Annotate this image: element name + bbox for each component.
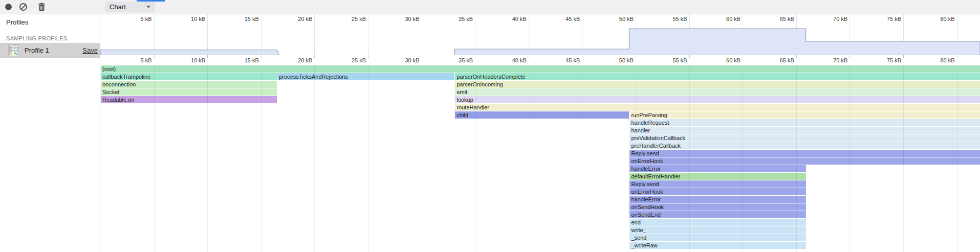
- axis-tick-label: 50 kB: [619, 57, 636, 63]
- flame-bar[interactable]: write_: [629, 226, 805, 234]
- flame-bar[interactable]: end: [629, 219, 805, 226]
- flame-bar[interactable]: onErrorHook: [629, 188, 805, 195]
- flame-chart[interactable]: (root)callbackTrampolineprocessTicksAndR…: [100, 65, 980, 252]
- ruler-tick: [207, 55, 208, 58]
- ruler-tick: [475, 55, 475, 58]
- flame-bar[interactable]: onErrorHook: [629, 157, 980, 165]
- ruler-tick: [582, 55, 582, 58]
- flame-bar[interactable]: handler: [629, 127, 980, 134]
- axis-tick-label: 55 kB: [672, 57, 689, 63]
- ruler-tick: [850, 55, 850, 58]
- size-ruler: 5 kB10 kB15 kB20 kB25 kB30 kB35 kB40 kB4…: [100, 55, 980, 65]
- ruler-tick: [636, 55, 636, 58]
- chart-pane: 5 kB10 kB15 kB20 kB25 kB30 kB35 kB40 kB4…: [100, 14, 980, 252]
- trash-icon[interactable]: [37, 3, 46, 11]
- ruler-tick: [957, 55, 957, 58]
- gridline: [314, 65, 315, 252]
- axis-tick-label: 35 kB: [459, 57, 475, 63]
- flame-bar[interactable]: parserOnIncoming: [454, 81, 980, 88]
- flame-bar[interactable]: Readable.on: [100, 96, 277, 103]
- memory-overview[interactable]: 5 kB10 kB15 kB20 kB25 kB30 kB35 kB40 kB4…: [100, 14, 980, 55]
- gridline: [689, 65, 690, 252]
- flame-bar[interactable]: preHandlerCallback: [629, 142, 980, 149]
- sidebar-section-label: SAMPLING PROFILES: [6, 35, 67, 41]
- view-select[interactable]: Chart: [105, 2, 155, 12]
- ruler-tick: [903, 55, 904, 58]
- gridline: [154, 65, 155, 252]
- gridline: [207, 65, 208, 252]
- flame-bar[interactable]: _send: [629, 234, 805, 241]
- toolbar-separator: [32, 3, 32, 11]
- gridline: [261, 65, 262, 252]
- ruler-tick: [689, 55, 690, 58]
- gridline: [636, 65, 636, 252]
- flame-bar[interactable]: handleRequest: [629, 119, 980, 126]
- axis-tick-label: 30 kB: [405, 16, 421, 22]
- flame-bar[interactable]: defaultErrorHandler: [629, 173, 805, 180]
- axis-tick-label: 70 kB: [833, 57, 850, 63]
- axis-tick-label: 65 kB: [780, 57, 796, 63]
- ruler-tick: [261, 55, 262, 58]
- axis-tick-label: 60 kB: [726, 16, 743, 22]
- record-icon[interactable]: [5, 4, 12, 10]
- axis-tick-label: 65 kB: [780, 16, 796, 22]
- flame-bar[interactable]: onSendHook: [629, 203, 805, 211]
- sidebar: Profiles SAMPLING PROFILES: [0, 14, 100, 252]
- flame-bar[interactable]: routeHandler: [454, 104, 980, 111]
- flame-bar[interactable]: Reply.send: [629, 180, 805, 188]
- axis-tick-label: 10 kB: [191, 57, 207, 63]
- ruler-tick: [743, 55, 743, 58]
- ruler-tick: [368, 55, 368, 58]
- axis-tick-label: 55 kB: [672, 16, 689, 22]
- axis-tick-label: 25 kB: [352, 57, 368, 63]
- profiler-app: Chart Profiles SAMPLING PROFILES: [0, 0, 980, 252]
- flame-bar[interactable]: handleError: [629, 196, 805, 203]
- flame-bar[interactable]: runPreParsing: [629, 111, 980, 119]
- sidebar-title: Profiles: [6, 18, 28, 26]
- gridline: [903, 65, 904, 252]
- flame-bar[interactable]: callbackTrampoline: [100, 73, 277, 80]
- ruler-tick: [314, 55, 315, 58]
- flame-bar[interactable]: Reply.send: [629, 150, 980, 157]
- flame-bar[interactable]: lookup: [454, 96, 980, 103]
- axis-tick-label: 10 kB: [191, 16, 207, 22]
- gridline: [796, 65, 797, 252]
- ruler-tick: [796, 55, 797, 58]
- sidebar-item-profile-1[interactable]: % Profile 1 Save: [0, 43, 100, 58]
- axis-tick-label: 40 kB: [512, 57, 529, 63]
- horizontal-scrollbar-thumb[interactable]: [137, 0, 165, 2]
- axis-tick-label: 60 kB: [726, 57, 743, 63]
- axis-tick-label: 5 kB: [141, 57, 154, 63]
- profile-icon: %: [8, 44, 19, 56]
- save-link[interactable]: Save: [82, 47, 98, 54]
- axis-tick-label: 75 kB: [887, 57, 903, 63]
- axis-tick-label: 20 kB: [298, 16, 314, 22]
- gridline: [422, 65, 422, 252]
- flame-bar[interactable]: parserOnHeadersComplete: [454, 73, 980, 80]
- axis-tick-label: 15 kB: [245, 16, 261, 22]
- ruler-tick: [154, 55, 155, 58]
- axis-tick-label: 20 kB: [298, 57, 314, 63]
- flame-bar[interactable]: child: [454, 111, 629, 119]
- flame-bar[interactable]: _writeRaw: [629, 242, 805, 249]
- flame-bar[interactable]: (root): [100, 65, 980, 73]
- clear-icon[interactable]: [19, 3, 27, 11]
- toolbar: Chart: [0, 0, 980, 14]
- axis-tick-label: 40 kB: [512, 16, 529, 22]
- axis-tick-label: 50 kB: [619, 16, 636, 22]
- ruler-tick: [422, 55, 422, 58]
- axis-tick-label: 70 kB: [833, 16, 850, 22]
- gridline: [850, 65, 850, 252]
- flame-bar[interactable]: emit: [454, 88, 980, 96]
- flame-bar[interactable]: processTicksAndRejections: [277, 73, 454, 80]
- flame-bar[interactable]: handleError: [629, 165, 805, 172]
- axis-tick-label: 35 kB: [459, 16, 475, 22]
- flame-bar[interactable]: onSendEnd: [629, 211, 805, 218]
- flame-bar[interactable]: Socket: [100, 88, 277, 96]
- profile-name: Profile 1: [25, 47, 49, 54]
- axis-tick-label: 80 kB: [940, 16, 956, 22]
- flame-bar[interactable]: onconnection: [100, 81, 277, 88]
- flame-bar[interactable]: preValidationCallback: [629, 134, 980, 142]
- view-select-value: Chart: [110, 3, 126, 11]
- chevron-down-icon: [146, 6, 150, 8]
